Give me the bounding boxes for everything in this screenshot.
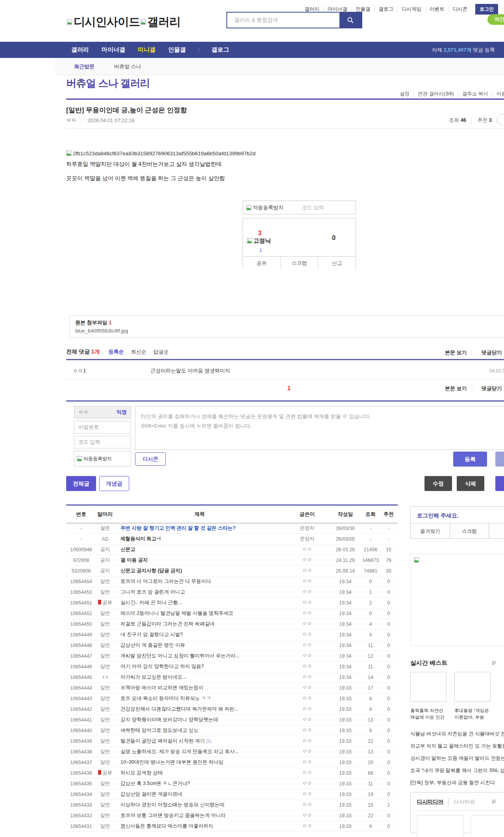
attachment-filename[interactable]: blue_640955fc8c4ff.jpg <box>75 328 128 334</box>
post-action-신고[interactable]: 신고 <box>318 257 356 270</box>
post-link[interactable]: 저걸로 근들갑이라 그러는건 진짜 싸패같네 <box>120 621 215 627</box>
post-link[interactable]: 주변 사람 잘 챙기고 인맥 관리 잘 할 것 같은 스타는? <box>120 525 235 531</box>
gallery-title[interactable]: 버츄얼 스나 갤러리 <box>66 76 150 90</box>
post-link[interactable]: 신문고 공지사항 (답글 금지) <box>120 568 182 573</box>
post-link[interactable]: 텔견들이 굴단급 패악질이 시작된 계기 <box>120 738 205 744</box>
sort-답글순[interactable]: 답글순 <box>154 348 169 355</box>
news-item[interactable]: 조국 "내가 쿠팡 탈퇴를 해서 그런지 SNL 섭 <box>410 764 504 777</box>
write-button[interactable]: 글쓰기 <box>495 476 504 491</box>
post-link[interactable]: 신문고 <box>120 547 135 552</box>
tab-dcissue[interactable]: 디시이슈 <box>454 799 475 805</box>
media-pagination[interactable]: 1/ <box>492 799 496 804</box>
sort-최신순[interactable]: 최신순 <box>131 348 146 355</box>
realtime-best-pagination[interactable]: 1/ <box>492 660 496 666</box>
post-link[interactable]: 실명 노출하세요. 제가 방송 끄게 만들께요 라고 회사... <box>120 749 239 754</box>
comment-writer[interactable]: ㅇㅇ1 <box>73 367 86 374</box>
post-link[interactable]: 개씨발 암진단도 아니고 심장이 빨리뛰어서 우는거라... <box>120 653 240 658</box>
top-link-디시콘[interactable]: 디시콘 <box>448 6 472 13</box>
password-field[interactable]: 비밀번호 <box>74 421 131 433</box>
post-link[interactable]: 하시요 검색창 상태 <box>120 770 163 776</box>
nav-item-갤로그[interactable]: 갤로그 <box>211 46 229 54</box>
comment-submit-button[interactable]: 등록 <box>453 452 487 467</box>
post-link[interactable]: 로즈야 보통 그러면 방송키고 즙을짜는게 아니라 <box>120 813 226 818</box>
news-item[interactable]: 외교부 저지 뚫고 팔레스타인 또 가는 女활동 <box>410 740 504 752</box>
comment-textarea[interactable]: 타인의 권리를 침해하거나 명예를 훼손하는 댓글은 운영원칙 및 관련 법률에… <box>135 406 504 450</box>
nav-item-마이너갤[interactable]: 마이너갤 <box>102 46 125 54</box>
top-link-디시게임[interactable]: 디시게임 <box>397 6 425 13</box>
best-caption[interactable]: 흠쩍흠쩍 자연선택설에 이은 인간선택설 <box>410 707 447 721</box>
nickname-field[interactable]: ㅇㅇ 익명 <box>74 406 131 418</box>
sidebar-button-즐겨찾기[interactable]: 즐겨찾기 <box>410 524 450 539</box>
nav-item-인물갤[interactable]: 인물갤 <box>168 46 186 54</box>
upvote-count[interactable]: 3 <box>258 229 261 237</box>
gallery-link-연관 갤러리(3/6)[interactable]: 연관 갤러리(3/6) <box>413 91 458 97</box>
nav-item-미니갤[interactable]: 미니갤 <box>138 46 156 54</box>
tab-dcmedia[interactable]: 디시미디어 <box>417 799 444 805</box>
view-link-댓글닫기[interactable]: 댓글닫기 <box>472 349 502 356</box>
board-row: 10654451공유실시간.. 카페 끈 히나 근황...ㅇㅇ19:3420 <box>66 597 398 608</box>
post-link[interactable]: 제철음식이 최고~! <box>120 536 161 541</box>
view-link-본문 보기[interactable]: 본문 보기 <box>440 385 467 392</box>
post-link[interactable]: 그니까 로즈 암 걸린게 아니고 <box>120 589 185 595</box>
post-link[interactable]: 캠신사들은 통깨보다 에스더를 더좋아하지 <box>120 823 213 829</box>
post-broken-image[interactable]: 2fb1c523da846cf637ea83b31589276906313af5… <box>66 151 256 156</box>
downvote-count[interactable]: 0 <box>332 234 335 242</box>
search-box[interactable]: 갤러리 & 통합검색 <box>226 12 362 28</box>
best-thumbnail[interactable] <box>454 672 491 702</box>
best-caption[interactable]: 李대통령 "게임은 이론없어, 부분뺴... <box>454 707 491 721</box>
post-link[interactable]: 새싹한테 암어그로 영도보내고 싶노 <box>120 727 198 733</box>
search-input[interactable]: 갤러리 & 통합검색 <box>234 13 278 28</box>
post-link[interactable]: 여기 아까 강지 양학한다고 하지 않음? <box>120 664 204 669</box>
sidebar-button-알림[interactable]: 알림 <box>489 524 504 539</box>
post-link[interactable]: 내 친구가 암 걸렸다고 시발? <box>120 632 183 637</box>
gallery-link-설정[interactable]: 설정 <box>396 91 413 97</box>
post-link[interactable]: 로즈야 너 어그로라 그러는건 다 무용이다 <box>120 578 211 584</box>
post-link[interactable]: 갑상선 혹 3.5cm면 ㅈㄴ큰거냐? <box>120 781 190 786</box>
breadcrumb-recent[interactable]: 최근방문 <box>74 58 94 75</box>
post-link[interactable]: 로즈 모내 목소리 듣자마다 치유되노 ㅋㅋ <box>120 696 211 701</box>
search-button[interactable] <box>339 13 361 28</box>
comment-page-1[interactable]: 1 <box>287 385 291 391</box>
best-thumbnail[interactable] <box>410 672 447 702</box>
view-link-본문 보기[interactable]: 본문 보기 <box>440 349 467 356</box>
dccon-button[interactable]: 디시콘 <box>135 452 166 466</box>
post-action-공유[interactable]: 공유 <box>243 257 280 270</box>
news-item[interactable]: [단독] 정부, 부동산과 금융 절연 시킨다 <box>410 777 504 789</box>
nav-item-갤러리[interactable]: 갤러리 <box>71 46 89 54</box>
post-link[interactable]: 실시간.. 카페 끈 히나 근황... <box>120 600 182 605</box>
sidebar-button-스크랩[interactable]: 스크랩 <box>450 524 489 539</box>
concept-posts-button[interactable]: 개념글 <box>99 476 129 491</box>
post-link[interactable]: 건강검진해서 다괜찮다고했다며 뭐가문제야 왜 저런... <box>120 706 238 712</box>
code-field[interactable]: 코드 입력 <box>74 436 131 448</box>
all-posts-button[interactable]: 전체글 <box>66 476 96 491</box>
news-item[interactable]: 식물남 버섯녀의 자존심을 건 식물대버섯 전 <box>410 728 504 740</box>
post-link[interactable]: 아가씨가 보고싶은 밤이네요... <box>120 674 186 680</box>
post-link[interactable]: 프젝아랑 에스더 비교하면 재밌는점이 <box>120 685 203 690</box>
gallery-link-갤주소 복사[interactable]: 갤주소 복사 <box>458 91 492 97</box>
news-item[interactable]: 성시경이 말하는 요즘 애들이 발라드 안듣는 <box>410 752 504 764</box>
media-thumbnail[interactable] <box>471 815 504 837</box>
comment-submit-button-2[interactable]: 등록 <box>495 452 504 467</box>
view-link-댓글닫기[interactable]: 댓글닫기 <box>472 385 502 392</box>
sort-등록순[interactable]: 등록순 <box>109 348 124 355</box>
post-link[interactable]: 에스더 2등아니니 텔견님덜 제발 사불을 멈춰주세요 <box>120 610 233 616</box>
post-action-스크랩[interactable]: 스크랩 <box>280 257 318 270</box>
post-link[interactable]: 갑상선이 개 좆같은 병인 이유 <box>120 642 185 648</box>
top-link-갤로그[interactable]: 갤로그 <box>374 6 398 13</box>
login-button[interactable]: 로그인 <box>475 4 498 15</box>
delete-button[interactable]: 삭제 <box>457 476 484 491</box>
night-mode-button[interactable]: 야간 모드 <box>487 14 504 25</box>
post-writer[interactable]: ㅇㅇ <box>66 117 76 124</box>
gallery-link-이용안내[interactable]: 이용안내 <box>492 91 504 97</box>
media-thumbnail[interactable] <box>417 815 463 837</box>
site-logo[interactable]: 디시인사이드 갤러리 <box>66 14 180 30</box>
post-link[interactable]: 이상하다 경진이 아창쇼때는 방송의 신이랬는데 <box>120 802 224 807</box>
post-link[interactable]: 갤 이용 공지 <box>120 557 148 563</box>
breadcrumb-current-gallery[interactable]: 버츄얼 스나 <box>114 58 141 75</box>
post-link[interactable]: 10~30대인데 병나는거면 대부분 원인은 하나임 <box>120 759 224 765</box>
captcha-code-input[interactable]: 코드 입력 <box>302 201 324 214</box>
top-link-이벤트[interactable]: 이벤트 <box>425 6 448 13</box>
post-link[interactable]: 갑상선암 걸리면 개꿀이겠네 <box>120 791 182 797</box>
edit-button[interactable]: 수정 <box>424 476 452 491</box>
post-link[interactable]: 강지 양학중이라매 보러갔더니 양학당햇는데 <box>120 717 218 722</box>
